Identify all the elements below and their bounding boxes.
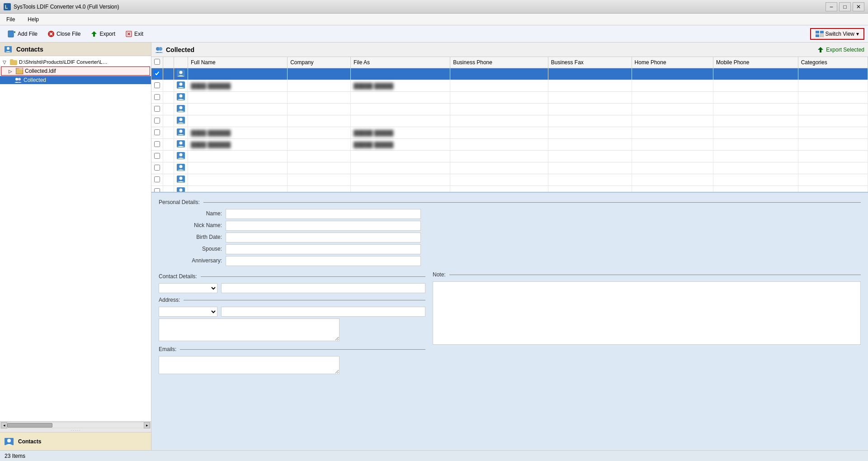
table-row[interactable] <box>151 174 868 186</box>
minimize-button[interactable]: – <box>826 2 837 11</box>
table-row[interactable]: ████ ███████████ █████ <box>151 139 868 151</box>
row-cell-categories <box>798 92 868 104</box>
menu-bar: File Help <box>0 14 868 25</box>
row-cell-company <box>288 92 351 104</box>
table-row[interactable]: ████ ███████████ █████ <box>151 127 868 139</box>
table-row[interactable] <box>151 186 868 193</box>
row-cell-fullname <box>188 115 288 127</box>
row-cell-fileas <box>351 151 450 162</box>
table-row[interactable] <box>151 92 868 104</box>
emails-textarea[interactable] <box>159 356 340 374</box>
switch-view-button[interactable]: Switch View ▾ <box>810 28 864 40</box>
add-file-icon <box>8 30 16 38</box>
table-row[interactable] <box>151 115 868 127</box>
col-header-company[interactable]: Company <box>288 57 351 68</box>
row-checkbox[interactable] <box>154 94 160 100</box>
exit-button[interactable]: Exit <box>121 29 147 39</box>
col-header-bizfax[interactable]: Business Fax <box>548 57 632 68</box>
nickname-input[interactable] <box>226 221 421 231</box>
birthdate-label: Birth Date: <box>159 233 222 242</box>
table-row[interactable] <box>151 162 868 174</box>
address-value-input[interactable] <box>221 307 425 317</box>
menu-file[interactable]: File <box>4 15 18 24</box>
contact-section-label: Contact Details: <box>159 273 197 280</box>
col-header-fileas[interactable]: File As <box>351 57 450 68</box>
col-header-check[interactable] <box>151 57 163 68</box>
row-checkbox[interactable] <box>154 129 160 135</box>
row-cell-business_phone <box>450 115 548 127</box>
spouse-input[interactable] <box>226 244 421 254</box>
contact-detail-row1: Business Home <box>159 283 425 293</box>
tree-root-item[interactable]: ▽ D:\Shrishti\Products\LDIF Converter\LD… <box>0 58 151 66</box>
birthdate-input[interactable] <box>226 233 421 242</box>
close-file-icon <box>47 30 55 38</box>
row-cell-company <box>288 68 351 80</box>
svg-rect-13 <box>820 31 824 33</box>
row-cell-home_phone <box>632 186 713 193</box>
add-file-button[interactable]: Add File <box>4 29 42 39</box>
export-selected-button[interactable]: Export Selected <box>817 46 864 53</box>
expand-icon-root[interactable]: ▽ <box>3 60 8 65</box>
row-cell-fileas: █████ █████ <box>351 127 450 139</box>
row-checkbox[interactable] <box>154 153 160 159</box>
row-avatar <box>174 186 188 193</box>
row-icon1 <box>163 68 174 80</box>
select-all-checkbox[interactable] <box>154 59 160 65</box>
switch-view-icon <box>816 31 824 37</box>
col-header-categories[interactable]: Categories <box>798 57 868 68</box>
row-cell-fileas <box>351 162 450 174</box>
export-button[interactable]: Export <box>86 29 119 39</box>
address-detail-row: Home Work <box>159 307 425 317</box>
row-cell-mobile_phone <box>713 80 798 92</box>
contact-type-select[interactable]: Business Home <box>159 283 217 293</box>
row-checkbox[interactable] <box>154 82 160 88</box>
row-icon1 <box>163 151 174 162</box>
drag-handle[interactable]: · · · · · <box>0 428 151 432</box>
left-details: Contact Details: Business Home <box>159 271 425 375</box>
row-checkbox[interactable] <box>154 188 160 193</box>
note-textarea[interactable] <box>433 281 861 345</box>
name-input[interactable] <box>226 209 421 219</box>
tree-collected-item[interactable]: Collected <box>0 76 151 84</box>
scroll-right-arrow[interactable]: ▸ <box>144 422 150 428</box>
row-cell-business_phone <box>450 80 548 92</box>
table-row[interactable] <box>151 104 868 115</box>
contact-value-input[interactable] <box>221 283 425 293</box>
contact-table-container[interactable]: Full Name Company File As Business Phone… <box>151 57 868 193</box>
row-checkbox[interactable] <box>154 176 160 182</box>
scroll-left-arrow[interactable]: ◂ <box>1 422 7 428</box>
row-checkbox[interactable] <box>154 106 160 112</box>
table-body: ████ ███████████ █████████ ███████████ █… <box>151 68 868 193</box>
table-row[interactable]: ████ ███████████ █████ <box>151 80 868 92</box>
address-type-select[interactable]: Home Work <box>159 307 217 317</box>
maximize-button[interactable]: □ <box>839 2 851 11</box>
note-section-line <box>449 275 861 275</box>
expand-icon-file[interactable]: ▷ <box>9 69 14 74</box>
contacts-header-icon <box>5 46 13 53</box>
export-icon <box>90 30 98 38</box>
row-icon1 <box>163 186 174 193</box>
close-file-label: Close File <box>57 31 80 37</box>
close-button[interactable]: ✕ <box>853 2 864 11</box>
table-row[interactable] <box>151 151 868 162</box>
table-row[interactable] <box>151 68 868 80</box>
row-checkbox[interactable] <box>154 118 160 124</box>
row-checkbox[interactable] <box>154 165 160 171</box>
col-header-homephone[interactable]: Home Phone <box>632 57 713 68</box>
tree-file-item[interactable]: ▷ Collected.ldif <box>1 67 150 76</box>
col-header-fullname[interactable]: Full Name <box>188 57 288 68</box>
close-file-button[interactable]: Close File <box>43 29 85 39</box>
row-cell-home_phone <box>632 80 713 92</box>
hscroll-thumb[interactable] <box>7 423 52 428</box>
left-panel-hscroll[interactable]: ◂ ▸ <box>0 421 151 428</box>
row-avatar <box>174 115 188 127</box>
col-header-mobilephone[interactable]: Mobile Phone <box>713 57 798 68</box>
menu-help[interactable]: Help <box>25 15 42 24</box>
address-textarea[interactable] <box>159 318 340 341</box>
row-cell-home_phone <box>632 104 713 115</box>
anniversary-input[interactable] <box>226 256 421 266</box>
row-cell-fileas <box>351 104 450 115</box>
col-header-bizphone[interactable]: Business Phone <box>450 57 548 68</box>
row-checkbox[interactable] <box>154 141 160 147</box>
row-checkbox[interactable] <box>154 71 160 76</box>
